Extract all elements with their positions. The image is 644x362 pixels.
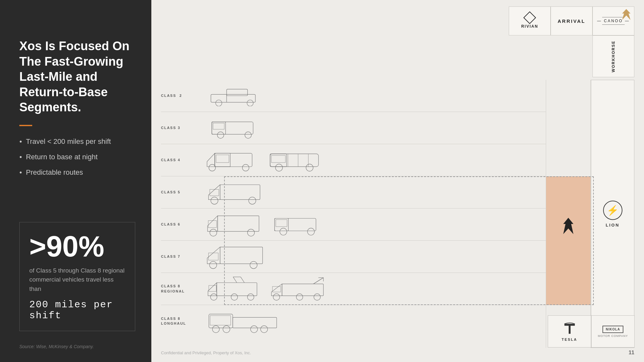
stat-description: of Class 5 through Class 8 regional comm… (29, 266, 125, 294)
svg-rect-17 (270, 154, 287, 167)
svg-point-57 (314, 293, 320, 300)
svg-rect-53 (282, 284, 324, 296)
class-3-label: CLASS 3 (161, 125, 203, 130)
tesla-t-icon (563, 321, 577, 336)
rivian-label: RIVIAN (521, 24, 538, 29)
svg-line-51 (241, 277, 244, 283)
semi-truck-icon (203, 309, 280, 334)
svg-point-26 (211, 197, 218, 204)
footer: Confidential and Privileged, Property of… (161, 348, 634, 356)
main-table-area: CLASS 2 CLASS 3 (161, 80, 634, 348)
svg-point-37 (308, 228, 315, 235)
xos-center-logo (557, 215, 580, 239)
svg-rect-9 (213, 123, 224, 129)
class-8longhaul-vehicles (203, 306, 546, 336)
right-panel: RIVIAN ARRIVAL — CANOO — WORKHORSE (151, 0, 644, 362)
svg-point-14 (242, 164, 249, 171)
class-7-vehicles (203, 241, 546, 272)
xos-logo-top-right (618, 6, 634, 23)
lion-text-label: LION (606, 222, 620, 227)
nikola-badge: NIKOLA (602, 326, 623, 333)
svg-point-2 (216, 100, 222, 107)
classes-vehicles-col: CLASS 2 CLASS 3 (161, 80, 546, 348)
class-8regional-vehicles (203, 274, 546, 304)
class-2-label: CLASS 2 (161, 93, 203, 98)
svg-point-3 (247, 100, 253, 107)
box-truck-md-icon (203, 212, 262, 237)
svg-rect-68 (210, 316, 231, 325)
svg-rect-35 (275, 218, 289, 231)
svg-point-67 (260, 326, 268, 333)
confidential-text: Confidential and Privileged, Property of… (161, 350, 251, 355)
class-4-label: CLASS 4 (161, 158, 203, 162)
class-5-vehicles (203, 177, 546, 208)
class-row-2: CLASS 2 (161, 80, 546, 112)
svg-rect-58 (272, 286, 281, 292)
class-8regional-label: CLASS 8 REGIONAL (161, 284, 203, 294)
xos-wing-icon (557, 215, 580, 237)
svg-point-31 (210, 229, 217, 236)
nikola-label: NIKOLA (606, 328, 620, 331)
nikola-sub-label: MOTOR COMPANY (598, 334, 628, 338)
class-row-4: CLASS 4 (161, 144, 546, 176)
class-4-vehicles (203, 146, 546, 174)
workhorse-label: WORKHORSE (611, 41, 616, 72)
class-6-label: CLASS 6 (161, 222, 203, 227)
box-truck-lg-icon (203, 244, 266, 270)
svg-point-64 (213, 326, 220, 333)
nikola-logo-box: NIKOLA MOTOR COMPANY (591, 315, 635, 348)
source-text: Source: Wise, McKinsey & Company. (19, 344, 135, 349)
class-row-8longhaul: CLASS 8 LONGHAUL (161, 305, 546, 337)
svg-rect-62 (209, 314, 233, 328)
svg-marker-54 (271, 284, 282, 296)
svg-point-65 (223, 326, 230, 333)
svg-rect-1 (227, 89, 248, 96)
svg-point-7 (217, 132, 224, 138)
arrival-logo-box: ARRIVAL (551, 6, 592, 35)
bucket-truck-icon (203, 276, 261, 302)
svg-point-18 (275, 164, 282, 171)
lion-bolt-icon: ⚡ (607, 205, 619, 216)
svg-rect-29 (218, 216, 259, 231)
svg-rect-43 (209, 253, 218, 260)
rivian-logo-box: RIVIAN (509, 6, 551, 35)
orange-divider (19, 125, 32, 126)
class-2-vehicles (203, 83, 546, 109)
box-van-icon (267, 212, 322, 237)
svg-rect-16 (270, 154, 318, 167)
xos-icon (618, 6, 634, 23)
svg-rect-38 (276, 219, 287, 227)
class-6-vehicles (203, 209, 546, 240)
left-panel: Xos Is Focused On The Fast-Growing Last-… (0, 0, 151, 362)
bullet-item-1: Travel < 200 miles per shift (19, 137, 135, 146)
svg-point-41 (210, 261, 217, 268)
rivian-diamond-icon (523, 11, 536, 24)
svg-rect-15 (216, 155, 229, 162)
svg-rect-5 (212, 122, 253, 134)
stat-miles: 200 miles per shift (29, 299, 125, 321)
svg-rect-49 (209, 285, 216, 292)
svg-rect-10 (215, 153, 252, 167)
class-row-5: CLASS 5 (161, 176, 546, 209)
cargo-van-icon (203, 117, 261, 139)
class-row-3: CLASS 3 (161, 112, 546, 144)
canoo-lines-bottom (602, 24, 625, 25)
shuttle-van-icon (262, 149, 324, 172)
svg-point-47 (231, 293, 238, 300)
svg-rect-39 (220, 247, 263, 264)
bullet-item-3: Predictable routes (19, 168, 135, 177)
svg-rect-63 (233, 317, 277, 328)
class-8longhaul-label: CLASS 8 LONGHAUL (161, 316, 203, 326)
class-3-vehicles (203, 114, 546, 142)
svg-point-48 (247, 293, 254, 300)
stat-box: >90% of Class 5 through Class 8 regional… (19, 222, 135, 331)
svg-rect-11 (215, 153, 230, 167)
headline: Xos Is Focused On The Fast-Growing Last-… (19, 39, 135, 115)
svg-point-27 (249, 197, 256, 204)
step-van-sm-icon (203, 149, 258, 172)
svg-point-55 (273, 293, 279, 300)
top-logos-row: RIVIAN ARRIVAL — CANOO — WORKHORSE (161, 6, 634, 77)
step-van-md-icon (203, 180, 266, 205)
svg-point-8 (245, 132, 251, 138)
svg-marker-25 (209, 185, 220, 200)
